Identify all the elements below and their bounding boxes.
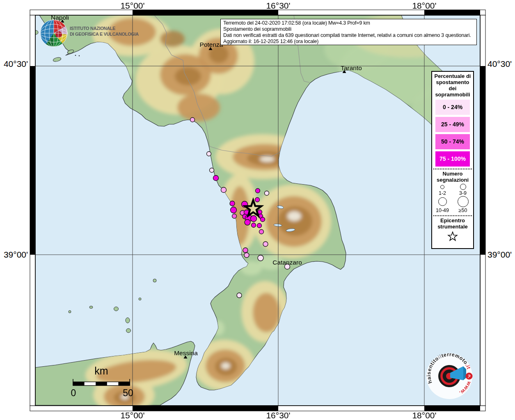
felt-report-dot — [210, 168, 214, 173]
city-label-potenza: Potenza — [200, 41, 223, 48]
lat-label-left-39: 39°00' — [4, 250, 28, 260]
felt-report-dot — [261, 217, 265, 222]
felt-report-dot — [256, 189, 260, 193]
haisentito-map-figure: haisentitoilterremoto.it www. ? — [0, 0, 515, 420]
lat-label-right-39: 39°00' — [488, 250, 512, 260]
felt-report-dot — [237, 293, 242, 298]
event-headline: Terremoto del 24-02-2020 17:02:58 (ora l… — [223, 20, 474, 26]
felt-report-dot — [257, 224, 262, 228]
epicenter-star-icon — [447, 231, 458, 241]
felt-report-dot — [243, 248, 248, 253]
legend-swatch-50-74: 50 - 74% — [435, 134, 470, 149]
ingv-wordmark: ISTITUTO NAZIONALE DI GEOFISICA E VULCAN… — [70, 26, 139, 37]
island-filicudi — [89, 306, 93, 308]
felt-report-dot — [255, 198, 260, 202]
legend-divider — [433, 169, 472, 169]
felt-report-dot — [230, 201, 235, 206]
legend-box: Percentuale di spostamento dei soprammob… — [431, 71, 474, 249]
scalebar-start: 0 — [71, 388, 76, 399]
felt-report-dot — [245, 219, 250, 225]
island-alicudi — [69, 310, 71, 313]
lat-label-left-4030: 40°30' — [4, 59, 28, 69]
city-label-taranto: Taranto — [341, 64, 362, 72]
lat-label-right-4030: 40°30' — [488, 59, 512, 69]
signal-size-icon-3-9 — [460, 184, 466, 190]
felt-report-dot — [251, 216, 257, 222]
legend-swatch-75-100: 75 - 100% — [435, 151, 470, 167]
island-stromboli — [153, 279, 156, 282]
city-label-messina: Messina — [174, 349, 198, 357]
lon-label-bottom-15: 15°00' — [120, 411, 144, 420]
haisentito-logo: haisentitoilterremoto.it www. ? — [426, 352, 473, 399]
legend-divider — [433, 215, 472, 216]
scalebar-unit: km — [94, 365, 108, 377]
felt-report-dot — [207, 152, 211, 156]
scalebar-end: 50 — [123, 388, 133, 399]
legend-swatch-25-49: 25 - 49% — [435, 117, 470, 132]
felt-report-dot — [231, 207, 237, 213]
event-effect-type: Spostamento dei soprammobili — [223, 26, 474, 32]
felt-report-dot — [213, 176, 219, 181]
felt-report-dot — [190, 118, 195, 122]
felt-report-dot — [259, 230, 264, 234]
city-label-napoli: Napoli — [51, 14, 69, 21]
event-data-note: Dati non verificati estratti da 639 ques… — [223, 32, 474, 39]
signal-size-label-3-9: 3-9 — [459, 190, 467, 196]
island-panarea — [139, 298, 141, 300]
signal-size-label-10-49: 10-49 — [436, 208, 449, 213]
ingv-name-line1: ISTITUTO NAZIONALE — [70, 26, 139, 32]
signal-size-label-1-2: 1-2 — [439, 190, 446, 196]
felt-report-dot — [244, 253, 249, 258]
felt-report-dot — [252, 223, 256, 228]
event-title-box: Terremoto del 24-02-2020 17:02:58 (ora l… — [220, 19, 477, 45]
event-updated-at: Aggiornato il: 16-12-2025 12:46 (ora loc… — [223, 39, 474, 45]
felt-report-dot — [221, 187, 227, 193]
felt-report-dot — [265, 191, 269, 196]
signal-size-icon-1-2 — [440, 185, 444, 189]
city-label-catanzaro: Catanzaro — [272, 259, 302, 266]
felt-report-dot — [258, 255, 263, 261]
map-canvas: haisentitoilterremoto.it www. ? — [33, 12, 480, 413]
legend-signals-title: Numero segnalazioni — [432, 171, 473, 183]
island-lipari — [126, 318, 130, 323]
lon-label-top-18: 18°00' — [412, 1, 436, 11]
felt-report-dot — [232, 214, 237, 219]
legend-epicenter-title: Epicentro strumentale — [432, 217, 473, 230]
ingv-logo — [40, 20, 67, 47]
signal-size-icon-10-49 — [438, 197, 447, 206]
lon-label-top-1630: 16°30' — [266, 1, 290, 11]
lon-label-bottom-18: 18°00' — [412, 411, 436, 420]
ingv-name-line2: DI GEOFISICA E VULCANOLOGIA — [70, 32, 139, 37]
island-salina — [114, 307, 119, 311]
legend-title: Percentuale di spostamento dei soprammob… — [432, 73, 473, 98]
lon-label-bottom-1630: 16°30' — [266, 411, 290, 420]
island-vulcano — [126, 329, 131, 333]
legend-swatch-0-24: 0 - 24% — [435, 100, 470, 115]
felt-report-dot — [263, 242, 268, 247]
signal-size-label-50plus: ≥50 — [459, 208, 467, 213]
signal-size-icon-50plus — [458, 196, 469, 207]
lon-label-top-15: 15°00' — [120, 1, 144, 11]
